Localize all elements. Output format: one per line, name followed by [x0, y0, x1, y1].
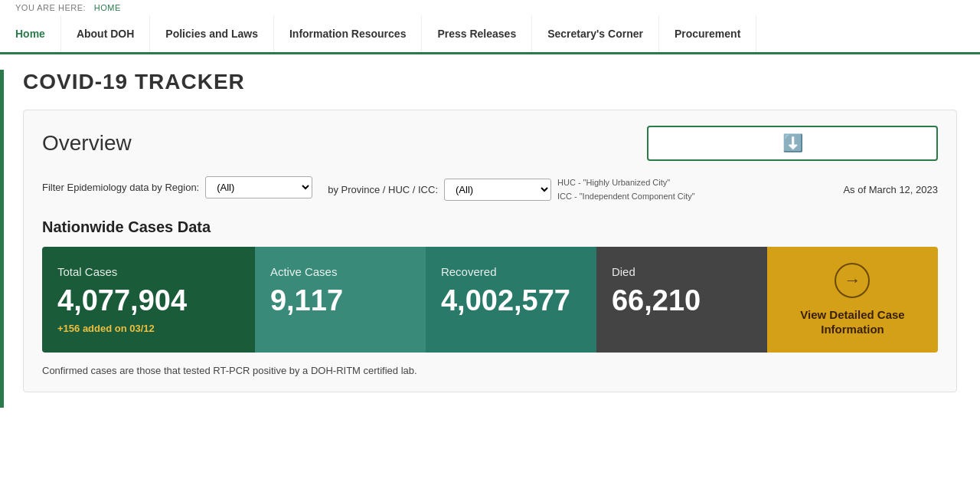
region-filter-group: Filter Epidemiology data by Region: (All… [42, 176, 312, 198]
view-arrow-icon: → [835, 263, 870, 298]
active-cases-card: Active Cases 9,117 [255, 247, 426, 353]
download-button[interactable]: ⬇️ [647, 126, 938, 161]
download-icon: ⬇️ [782, 133, 803, 153]
province-filter-select[interactable]: (All) [444, 179, 551, 201]
region-filter-label: Filter Epidemiology data by Region: [42, 182, 199, 193]
total-cases-value: 4,077,904 [57, 286, 240, 315]
huc-note: HUC - "Highly Urbanized City" [557, 176, 695, 190]
province-info: HUC - "Highly Urbanized City" ICC - "Ind… [557, 176, 695, 203]
page-content: COVID-19 TRACKER Overview ⬇️ Filter Epid… [0, 54, 980, 408]
recovered-label: Recovered [441, 265, 581, 278]
nav-item-procurement[interactable]: Procurement [659, 15, 756, 52]
icc-note: ICC - "Independent Component City" [557, 190, 695, 204]
breadcrumb-home[interactable]: HOME [94, 3, 121, 12]
cards-row: Total Cases 4,077,904 +156 added on 03/1… [42, 247, 938, 353]
total-cases-label: Total Cases [57, 265, 240, 278]
total-cases-card: Total Cases 4,077,904 +156 added on 03/1… [42, 247, 255, 353]
nav-item-information-resources[interactable]: Information Resources [274, 15, 422, 52]
breadcrumb-prefix: YOU ARE HERE: [15, 3, 86, 12]
view-label: View Detailed Case Information [782, 307, 923, 337]
province-filter-label: by Province / HUC / ICC: [328, 184, 438, 195]
navigation: Home About DOH Policies and Laws Informa… [0, 15, 980, 54]
nav-item-secretarys-corner[interactable]: Secretary's Corner [532, 15, 659, 52]
nav-item-press-releases[interactable]: Press Releases [422, 15, 532, 52]
province-filter-group: by Province / HUC / ICC: (All) HUC - "Hi… [328, 176, 694, 203]
left-accent-bar [0, 70, 4, 408]
nationwide-title: Nationwide Cases Data [42, 218, 938, 236]
active-cases-label: Active Cases [270, 265, 410, 278]
date-label: As of March 12, 2023 [843, 184, 938, 195]
overview-header: Overview ⬇️ [42, 126, 938, 161]
region-filter-select[interactable]: (All) [205, 176, 312, 198]
recovered-card: Recovered 4,002,577 [426, 247, 596, 353]
active-cases-value: 9,117 [270, 286, 410, 315]
died-card: Died 66,210 [596, 247, 767, 353]
confirmed-note: Confirmed cases are those that tested RT… [42, 365, 938, 376]
overview-title: Overview [42, 131, 132, 156]
overview-section: Overview ⬇️ Filter Epidemiology data by … [23, 110, 957, 392]
nav-item-policies-laws[interactable]: Policies and Laws [150, 15, 274, 52]
total-cases-delta: +156 added on 03/12 [57, 323, 240, 334]
died-value: 66,210 [612, 286, 752, 315]
filters-row: Filter Epidemiology data by Region: (All… [42, 176, 938, 203]
died-label: Died [612, 265, 752, 278]
nav-item-home[interactable]: Home [0, 15, 61, 52]
view-detailed-card[interactable]: → View Detailed Case Information [767, 247, 938, 353]
breadcrumb: YOU ARE HERE: HOME [0, 0, 980, 15]
recovered-value: 4,002,577 [441, 286, 581, 315]
nav-item-about-doh[interactable]: About DOH [61, 15, 150, 52]
page-title: COVID-19 TRACKER [23, 70, 957, 94]
